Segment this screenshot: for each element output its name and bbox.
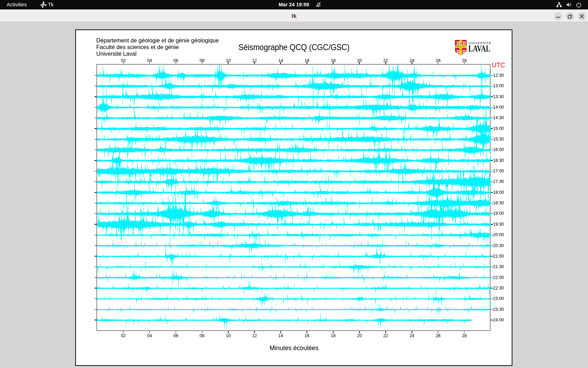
svg-text:LAVAL: LAVAL: [468, 44, 490, 53]
